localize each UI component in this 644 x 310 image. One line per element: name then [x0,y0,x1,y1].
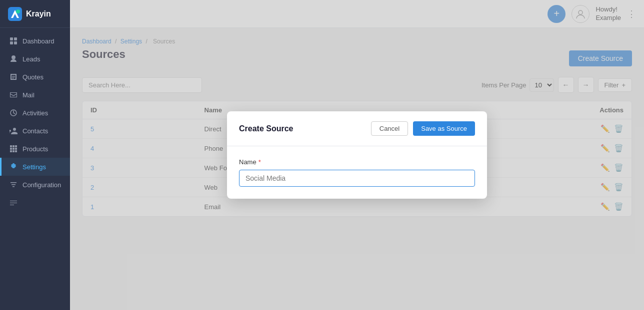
cancel-button[interactable]: Cancel [371,121,408,136]
sidebar-nav: Dashboard Leads Quotes Mail Activities [0,28,70,310]
quotes-label: Quotes [22,73,44,81]
create-source-modal: Create Source Cancel Save as Source Name… [227,111,487,199]
extra-icon [10,199,18,207]
modal-overlay[interactable]: Create Source Cancel Save as Source Name… [70,0,644,310]
sidebar-item-configuration[interactable]: Configuration [0,176,70,194]
leads-label: Leads [22,55,40,63]
configuration-label: Configuration [22,181,61,189]
svg-rect-3 [10,37,13,40]
sidebar-item-quotes[interactable]: Quotes [0,68,70,86]
save-source-button[interactable]: Save as Source [413,121,475,136]
source-name-input[interactable] [239,170,475,187]
svg-rect-6 [14,41,17,44]
svg-rect-4 [14,37,17,40]
mail-label: Mail [22,91,34,99]
name-label: Name * [239,158,475,166]
dashboard-label: Dashboard [22,37,54,45]
logo-icon [8,7,22,21]
modal-header: Create Source Cancel Save as Source [227,111,487,146]
sidebar-item-mail[interactable]: Mail [0,86,70,104]
svg-point-2 [16,9,20,13]
activities-icon [10,109,18,117]
configuration-icon [10,181,18,189]
modal-body: Name * [227,146,487,199]
mail-icon [10,91,18,99]
modal-title: Create Source [239,124,294,133]
svg-rect-5 [10,41,13,44]
quotes-icon [10,73,18,81]
contacts-icon [10,127,18,135]
activities-label: Activities [22,109,48,117]
sidebar-item-leads[interactable]: Leads [0,50,70,68]
sidebar-item-products[interactable]: Products [0,140,70,158]
sidebar-item-extra[interactable] [0,194,70,212]
required-indicator: * [258,158,261,166]
sidebar: Krayin Dashboard Leads Quotes Mail [0,0,70,310]
sidebar-item-activities[interactable]: Activities [0,104,70,122]
sidebar-item-settings[interactable]: Settings [0,158,70,176]
dashboard-icon [10,37,18,45]
leads-icon [10,55,18,63]
logo[interactable]: Krayin [0,0,70,28]
products-icon [10,145,18,153]
products-label: Products [22,145,48,153]
settings-icon [10,163,18,171]
sidebar-item-dashboard[interactable]: Dashboard [0,32,70,50]
settings-label: Settings [22,163,46,171]
contacts-label: Contacts [22,127,48,135]
main-content: + Howdy! Example ⋮ Dashboard / Settings … [70,0,644,310]
modal-actions: Cancel Save as Source [371,121,475,136]
app-name: Krayin [26,9,51,18]
sidebar-item-contacts[interactable]: Contacts [0,122,70,140]
